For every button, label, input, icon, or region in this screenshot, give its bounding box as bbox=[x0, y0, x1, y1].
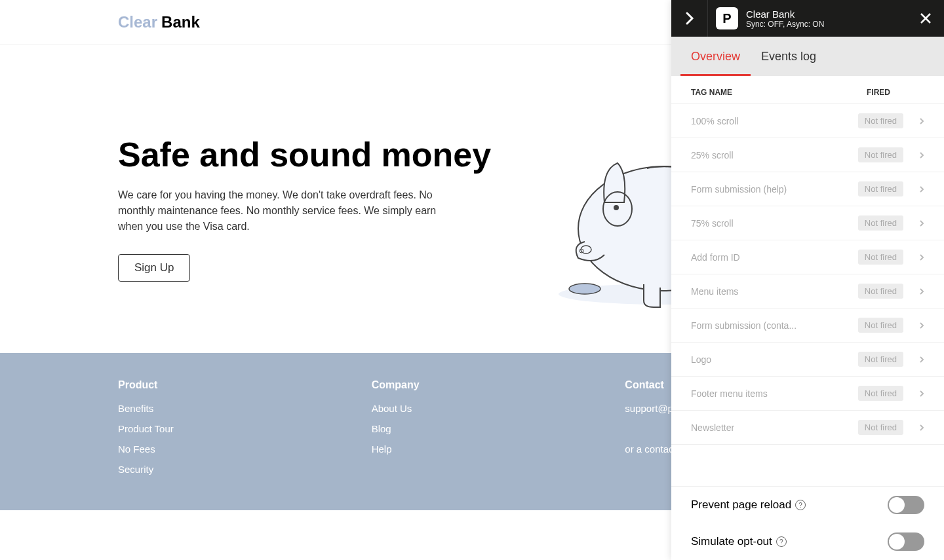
footer-link[interactable]: Security bbox=[118, 464, 319, 475]
th-tag-name: TAG NAME bbox=[691, 88, 867, 97]
panel-app-logo: P bbox=[716, 7, 738, 29]
fired-badge: Not fired bbox=[858, 386, 903, 401]
fired-badge: Not fired bbox=[858, 113, 903, 128]
site-logo[interactable]: Clear Bank bbox=[118, 13, 200, 31]
tag-name: 25% scroll bbox=[691, 150, 858, 160]
fired-badge: Not fired bbox=[858, 181, 903, 196]
toggle-label: Simulate opt-out? bbox=[691, 535, 787, 548]
panel-tabs: Overview Events log bbox=[671, 37, 944, 76]
footer-link[interactable]: About Us bbox=[372, 403, 573, 414]
tag-row[interactable]: Form submission (help)Not fired bbox=[671, 172, 944, 206]
tag-row[interactable]: 25% scrollNot fired bbox=[671, 138, 944, 172]
panel-body[interactable]: TAG NAME FIRED 100% scrollNot fired25% s… bbox=[671, 76, 944, 486]
signup-button[interactable]: Sign Up bbox=[118, 254, 190, 282]
tag-row[interactable]: Menu itemsNot fired bbox=[671, 274, 944, 308]
th-fired: FIRED bbox=[867, 88, 924, 97]
tag-name: Form submission (conta... bbox=[691, 320, 858, 331]
fired-badge: Not fired bbox=[858, 420, 903, 435]
panel-close-button[interactable] bbox=[907, 0, 944, 37]
help-icon[interactable]: ? bbox=[776, 536, 787, 547]
panel-header: P Clear Bank Sync: OFF, Async: ON bbox=[671, 0, 944, 37]
tag-name: Logo bbox=[691, 354, 858, 365]
tag-row[interactable]: 75% scrollNot fired bbox=[671, 206, 944, 240]
debug-panel: P Clear Bank Sync: OFF, Async: ON Overvi… bbox=[671, 0, 944, 560]
tag-row[interactable]: 100% scrollNot fired bbox=[671, 103, 944, 138]
tab-events-log[interactable]: Events log bbox=[751, 37, 827, 76]
tag-name: Footer menu items bbox=[691, 388, 858, 399]
panel-table-header: TAG NAME FIRED bbox=[671, 76, 944, 103]
tag-name: Newsletter bbox=[691, 422, 858, 433]
chevron-right-icon bbox=[919, 424, 924, 432]
tag-row[interactable]: Add form IDNot fired bbox=[671, 240, 944, 274]
help-icon[interactable]: ? bbox=[795, 500, 806, 510]
tag-row[interactable]: Footer menu itemsNot fired bbox=[671, 376, 944, 410]
fired-badge: Not fired bbox=[858, 318, 903, 333]
footer-link[interactable]: Help bbox=[372, 443, 573, 455]
panel-collapse-button[interactable] bbox=[671, 0, 708, 37]
close-icon bbox=[920, 12, 932, 24]
fired-badge: Not fired bbox=[858, 352, 903, 367]
chevron-right-icon bbox=[919, 253, 924, 261]
toggle-label: Prevent page reload? bbox=[691, 498, 806, 512]
hero-title: Safe and sound money bbox=[118, 136, 500, 174]
chevron-right-icon bbox=[919, 356, 924, 364]
footer-link[interactable]: No Fees bbox=[118, 443, 319, 455]
tag-name: Add form ID bbox=[691, 252, 858, 263]
chevron-right-icon bbox=[919, 151, 924, 159]
toggle-switch[interactable] bbox=[888, 496, 924, 514]
tab-overview[interactable]: Overview bbox=[680, 37, 751, 76]
fired-badge: Not fired bbox=[858, 215, 903, 231]
chevron-right-icon bbox=[919, 185, 924, 193]
logo-part1: Clear bbox=[118, 13, 157, 31]
footer-heading: Product bbox=[118, 379, 319, 391]
toggle-switch[interactable] bbox=[888, 532, 924, 551]
fired-badge: Not fired bbox=[858, 284, 903, 299]
svg-point-10 bbox=[569, 284, 600, 294]
footer-link[interactable]: Product Tour bbox=[118, 423, 319, 434]
panel-toggles: Prevent page reload?Simulate opt-out? bbox=[671, 486, 944, 560]
tag-row[interactable]: Form submission (conta...Not fired bbox=[671, 308, 944, 342]
footer-col: CompanyAbout UsBlogHelp bbox=[372, 379, 573, 484]
logo-part2: Bank bbox=[161, 13, 200, 31]
fired-badge: Not fired bbox=[858, 250, 903, 265]
toggle-row: Prevent page reload? bbox=[671, 487, 944, 523]
footer-col: ProductBenefitsProduct TourNo FeesSecuri… bbox=[118, 379, 319, 484]
chevron-right-icon bbox=[684, 10, 695, 26]
hero-description: We care for you having the money. We don… bbox=[118, 187, 439, 234]
tag-name: Form submission (help) bbox=[691, 184, 858, 195]
tag-name: 75% scroll bbox=[691, 218, 858, 229]
tag-name: Menu items bbox=[691, 286, 858, 297]
footer-link[interactable]: Benefits bbox=[118, 403, 319, 414]
chevron-right-icon bbox=[919, 117, 924, 125]
chevron-right-icon bbox=[919, 288, 924, 295]
footer-heading: Company bbox=[372, 379, 573, 391]
tag-row[interactable]: NewsletterNot fired bbox=[671, 410, 944, 445]
chevron-right-icon bbox=[919, 322, 924, 329]
svg-point-3 bbox=[614, 205, 619, 210]
tag-name: 100% scroll bbox=[691, 116, 858, 126]
fired-badge: Not fired bbox=[858, 147, 903, 162]
toggle-row: Simulate opt-out? bbox=[671, 523, 944, 560]
chevron-right-icon bbox=[919, 219, 924, 227]
tag-row[interactable]: LogoNot fired bbox=[671, 342, 944, 376]
chevron-right-icon bbox=[919, 390, 924, 398]
panel-sync-status: Sync: OFF, Async: ON bbox=[746, 20, 907, 29]
panel-title: Clear Bank bbox=[746, 9, 907, 20]
footer-link[interactable]: Blog bbox=[372, 423, 573, 434]
